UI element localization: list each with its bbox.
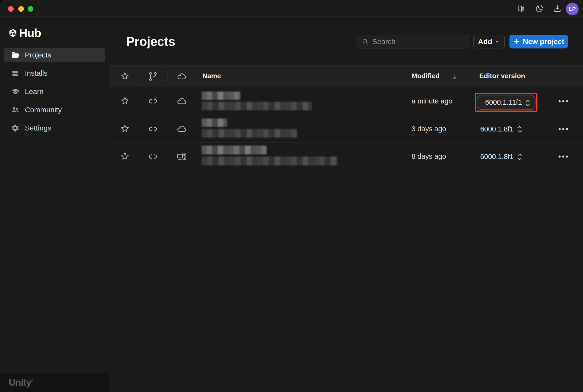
sidebar-item-label: Learn — [25, 88, 44, 96]
hub-logo-text: Hub — [19, 26, 41, 40]
sidebar-item-installs[interactable]: Installs — [4, 66, 105, 80]
stepper-chevrons-icon[interactable] — [516, 125, 523, 134]
gear-icon — [11, 124, 20, 132]
redacted-project-path — [202, 129, 297, 138]
modified-time: a minute ago — [412, 97, 452, 105]
desktop-pc-icon — [176, 151, 188, 162]
sort-desc-arrow-icon[interactable] — [450, 72, 458, 81]
app-window: LP Hub Projects — [0, 0, 583, 392]
dark-mode-moon-icon[interactable] — [535, 4, 544, 14]
editor-version-value: 6000.1.8f1 — [477, 125, 514, 133]
stepper-chevrons-icon[interactable] — [524, 99, 531, 107]
user-avatar[interactable]: LP — [566, 3, 578, 15]
folder-icon — [11, 51, 20, 59]
new-project-button[interactable]: New project — [510, 35, 568, 48]
column-header-modified[interactable]: Modified — [412, 72, 440, 80]
sidebar-footer: Unity® — [0, 373, 109, 392]
source-control-branch-icon[interactable] — [148, 71, 158, 82]
column-divider — [474, 71, 474, 82]
sidebar-item-label: Settings — [25, 124, 51, 132]
docs-book-icon[interactable] — [517, 4, 526, 14]
annotation-highlight-box: 6000.1.11f1 — [475, 93, 538, 112]
sidebar-item-community[interactable]: Community — [4, 102, 105, 117]
editor-version-select[interactable]: 6000.1.8f1 — [477, 124, 523, 134]
search-box[interactable] — [357, 35, 469, 48]
row-menu-ellipsis-icon[interactable] — [556, 152, 570, 161]
unity-cube-icon — [9, 29, 17, 37]
unity-brand: Unity® — [9, 378, 34, 388]
star-icon[interactable] — [119, 96, 130, 107]
hub-logo: Hub — [9, 26, 41, 40]
registered-mark: ® — [32, 379, 34, 383]
sidebar-item-label: Projects — [25, 51, 51, 59]
redacted-project-title — [202, 92, 240, 100]
sidebar-item-settings[interactable]: Settings — [4, 121, 105, 135]
star-icon[interactable] — [119, 124, 130, 135]
sidebar-nav: Projects Installs Learn — [4, 48, 105, 139]
close-button[interactable] — [8, 6, 14, 12]
favorite-star-icon[interactable] — [120, 71, 130, 82]
redacted-project-path — [202, 156, 338, 165]
downloads-tray-icon[interactable] — [553, 4, 562, 14]
table-row[interactable]: 8 days ago 6000.1.8f1 — [109, 142, 583, 170]
sidebar-item-label: Installs — [25, 69, 48, 78]
plus-icon — [513, 38, 520, 45]
link-icon — [147, 124, 158, 135]
search-input[interactable] — [372, 38, 469, 46]
server-stack-icon — [11, 69, 20, 78]
editor-version-select[interactable]: 6000.1.8f1 — [477, 151, 523, 162]
editor-version-value: 6000.1.11f1 — [485, 98, 522, 106]
cloud-column-icon[interactable] — [176, 71, 187, 82]
sidebar-item-label: Community — [25, 106, 62, 114]
add-button[interactable]: Add — [473, 35, 505, 48]
redacted-project-path — [202, 102, 312, 110]
cloud-icon — [176, 96, 188, 107]
main-content: Projects Add New project — [109, 16, 583, 392]
cloud-icon — [176, 124, 188, 135]
sidebar-item-projects[interactable]: Projects — [4, 48, 105, 62]
column-divider — [138, 71, 139, 82]
column-divider — [404, 71, 404, 82]
modified-time: 8 days ago — [412, 152, 446, 160]
zoom-button[interactable] — [28, 6, 33, 12]
row-menu-ellipsis-icon[interactable] — [556, 125, 570, 134]
people-icon — [11, 106, 20, 114]
column-header-name[interactable]: Name — [202, 72, 221, 80]
redacted-project-title — [202, 146, 267, 154]
unity-hub-window: LP Hub Projects — [0, 0, 583, 392]
column-divider — [167, 71, 168, 82]
star-icon[interactable] — [119, 151, 130, 162]
redacted-project-title — [202, 118, 227, 127]
search-icon — [362, 38, 369, 45]
table-header: Name Modified Editor version — [109, 65, 583, 87]
sidebar-item-learn[interactable]: Learn — [4, 84, 105, 99]
row-menu-ellipsis-icon[interactable] — [556, 97, 570, 106]
page-title: Projects — [126, 34, 175, 49]
sidebar: Hub Projects Installs — [0, 16, 109, 392]
link-icon — [147, 151, 158, 162]
graduation-cap-icon — [11, 88, 20, 96]
table-row[interactable]: 3 days ago 6000.1.8f1 — [109, 115, 583, 143]
new-project-label: New project — [523, 38, 564, 46]
chevron-down-icon — [494, 39, 500, 44]
table-row[interactable]: a minute ago 6000.1.11f1 — [109, 87, 583, 115]
stepper-chevrons-icon[interactable] — [516, 153, 523, 161]
editor-version-value: 6000.1.8f1 — [477, 153, 514, 161]
minimize-button[interactable] — [18, 6, 24, 12]
editor-version-select[interactable]: 6000.1.11f1 — [476, 95, 536, 110]
column-header-editor-version[interactable]: Editor version — [479, 72, 525, 80]
column-divider — [196, 71, 196, 82]
titlebar: LP — [0, 0, 583, 16]
modified-time: 3 days ago — [412, 125, 446, 133]
link-icon — [147, 96, 158, 107]
add-button-label: Add — [478, 38, 492, 46]
